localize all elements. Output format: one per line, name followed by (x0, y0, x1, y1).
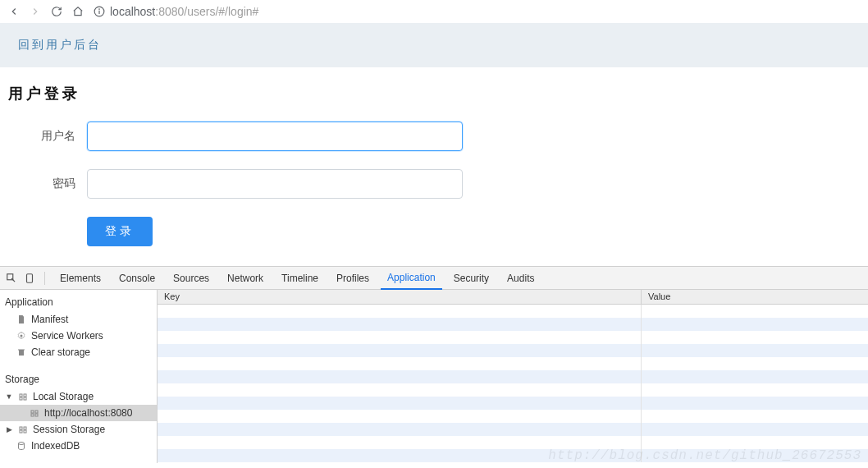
svg-point-5 (21, 335, 23, 337)
table-row[interactable] (158, 357, 868, 370)
document-icon (16, 314, 26, 324)
tab-network[interactable]: Network (221, 267, 270, 290)
table-row[interactable] (158, 423, 868, 436)
table-row[interactable] (158, 344, 868, 357)
inspect-element-icon[interactable] (5, 272, 18, 285)
svg-point-18 (19, 443, 25, 445)
device-toggle-icon[interactable] (23, 272, 36, 285)
sidebar-item-indexeddb[interactable]: IndexedDB (0, 438, 157, 454)
storage-icon (18, 392, 28, 401)
storage-table-body[interactable] (158, 305, 868, 463)
sidebar-item-service-workers[interactable]: Service Workers (0, 328, 157, 344)
sidebar-item-clear-storage[interactable]: Clear storage (0, 344, 157, 360)
home-button[interactable] (72, 6, 84, 17)
chevron-right-icon[interactable]: ▶ (5, 425, 13, 434)
sidebar-item-label: Manifest (31, 314, 68, 325)
table-row[interactable] (158, 383, 868, 397)
banner: 回到用户后台 (0, 23, 868, 67)
tab-security[interactable]: Security (447, 267, 496, 290)
svg-rect-16 (20, 430, 22, 433)
url-port: :8080 (155, 5, 184, 18)
svg-rect-11 (35, 411, 38, 413)
browser-toolbar: localhost:8080/users/#/login# (0, 0, 868, 23)
svg-rect-8 (20, 397, 22, 400)
tab-application[interactable]: Application (381, 267, 442, 290)
table-row[interactable] (158, 370, 868, 383)
sidebar-item-label: Local Storage (33, 391, 94, 402)
svg-rect-13 (35, 414, 38, 416)
page-content: 回到用户后台 用户登录 用户名 密码 登录 (0, 23, 868, 266)
password-label: 密码 (8, 177, 87, 191)
password-input[interactable] (87, 169, 463, 199)
devtools-sidebar: Application Manifest Service Workers Cle… (0, 290, 158, 463)
database-icon (16, 441, 26, 451)
chevron-down-icon[interactable]: ▼ (5, 392, 13, 401)
storage-icon (30, 408, 39, 418)
table-row[interactable] (158, 410, 868, 423)
col-value-header[interactable]: Value (642, 290, 868, 304)
svg-rect-9 (24, 397, 26, 400)
sidebar-section-application: Application (0, 291, 157, 311)
separator (44, 272, 45, 285)
table-row[interactable] (158, 397, 868, 410)
table-row[interactable] (158, 318, 868, 331)
svg-rect-4 (27, 273, 33, 282)
storage-table-header: Key Value (158, 290, 868, 305)
reload-button[interactable] (51, 6, 62, 17)
tab-elements[interactable]: Elements (53, 267, 107, 290)
username-label: 用户名 (8, 129, 87, 144)
tab-profiles[interactable]: Profiles (330, 267, 376, 290)
sidebar-item-label: IndexedDB (31, 440, 80, 452)
address-bar[interactable]: localhost:8080/users/#/login# (94, 5, 860, 18)
url-host: localhost (110, 5, 155, 18)
sidebar-item-label: Session Storage (33, 424, 105, 435)
sidebar-item-local-storage-origin[interactable]: http://localhost:8080 (0, 405, 157, 421)
storage-table: Key Value (158, 290, 868, 463)
sidebar-section-storage: Storage (0, 369, 157, 388)
svg-rect-10 (31, 411, 34, 413)
password-row: 密码 (8, 169, 860, 199)
devtools-panel: Elements Console Sources Network Timelin… (0, 266, 868, 463)
svg-rect-7 (24, 394, 26, 397)
site-info-icon[interactable] (94, 6, 105, 17)
sidebar-item-local-storage[interactable]: ▼ Local Storage (0, 388, 157, 405)
sidebar-item-manifest[interactable]: Manifest (0, 311, 157, 328)
svg-rect-14 (20, 427, 22, 429)
login-button[interactable]: 登录 (87, 217, 153, 246)
username-row: 用户名 (8, 122, 860, 151)
back-to-dashboard-link[interactable]: 回到用户后台 (18, 38, 102, 51)
sidebar-item-label: http://localhost:8080 (44, 407, 132, 419)
devtools-tabbar: Elements Console Sources Network Timelin… (0, 267, 868, 290)
sidebar-item-session-storage[interactable]: ▶ Session Storage (0, 421, 157, 438)
forward-button[interactable] (30, 6, 41, 17)
svg-rect-12 (31, 414, 34, 416)
back-button[interactable] (8, 6, 20, 17)
sidebar-item-label: Service Workers (31, 330, 103, 342)
page-title: 用户登录 (8, 84, 860, 103)
sidebar-item-label: Clear storage (31, 346, 90, 358)
svg-rect-17 (24, 430, 26, 433)
svg-rect-15 (24, 427, 26, 429)
trash-icon (16, 347, 26, 357)
svg-point-2 (99, 8, 100, 9)
table-row[interactable] (158, 436, 868, 449)
table-row[interactable] (158, 449, 868, 462)
url-path: /users/#/login# (184, 5, 258, 18)
url-text: localhost:8080/users/#/login# (110, 5, 258, 18)
table-row[interactable] (158, 331, 868, 344)
svg-rect-6 (20, 394, 22, 397)
tab-console[interactable]: Console (112, 267, 162, 290)
storage-icon (18, 424, 28, 434)
gear-icon (16, 331, 26, 341)
tab-timeline[interactable]: Timeline (275, 267, 325, 290)
username-input[interactable] (87, 122, 463, 151)
col-key-header[interactable]: Key (158, 290, 642, 304)
table-row[interactable] (158, 305, 868, 318)
tab-audits[interactable]: Audits (500, 267, 541, 290)
tab-sources[interactable]: Sources (167, 267, 216, 290)
